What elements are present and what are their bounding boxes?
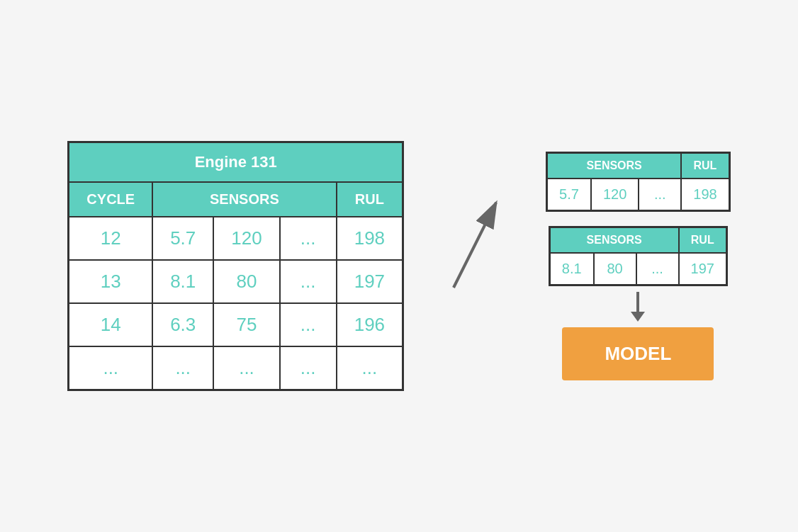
mini-rul-2: 197 [679, 253, 727, 285]
sensor1-cell: 8.1 [152, 260, 213, 303]
mini-header-row-2: SENSORS RUL [549, 227, 726, 254]
arrows-svg [446, 146, 503, 387]
mini-s1-1: 5.7 [547, 179, 591, 211]
rul-cell: ... [337, 346, 403, 390]
down-arrow-head [631, 312, 645, 322]
header-row: CYCLE SENSORS RUL [69, 182, 403, 217]
rul-cell: 198 [337, 217, 403, 260]
mini-rul-1: 198 [681, 179, 729, 211]
mini-sensors-header-2: SENSORS [549, 227, 678, 254]
engine-title: Engine 131 [69, 142, 403, 183]
mini-s3-2: ... [636, 253, 679, 285]
rul-cell: 196 [337, 303, 403, 346]
cycle-cell: 13 [69, 260, 152, 303]
mini-data-row-2: 8.1 80 ... 197 [549, 253, 726, 285]
mini-s3-1: ... [639, 179, 681, 211]
sensor2-cell: 80 [213, 260, 279, 303]
mini-sensors-header-1: SENSORS [547, 153, 682, 179]
down-arrow-container [631, 292, 645, 322]
table-row: 13 8.1 80 ... 197 [69, 260, 403, 303]
sensor3-cell: ... [280, 217, 337, 260]
sensor1-cell: ... [152, 346, 213, 390]
mini-header-row-1: SENSORS RUL [547, 153, 730, 179]
main-table-container: Engine 131 CYCLE SENSORS RUL 12 5.7 120 … [67, 141, 404, 391]
rul-header: RUL [337, 182, 403, 217]
mini-data-row-1: 5.7 120 ... 198 [547, 179, 730, 211]
sensor3-cell: ... [280, 303, 337, 346]
mini-table-1-container: SENSORS RUL 5.7 120 ... 198 [546, 152, 731, 212]
sensor3-cell: ... [280, 260, 337, 303]
mini-rul-header-2: RUL [679, 227, 727, 254]
sensor2-cell: 75 [213, 303, 279, 346]
arrow-area [446, 146, 503, 387]
rul-cell: 197 [337, 260, 403, 303]
table-row: ... ... ... ... ... [69, 346, 403, 390]
sensor2-cell: ... [213, 346, 279, 390]
sensor1-cell: 5.7 [152, 217, 213, 260]
mini-s2-2: 80 [594, 253, 636, 285]
cycle-cell: ... [69, 346, 152, 390]
cycle-header: CYCLE [69, 182, 152, 217]
sensor3-cell: ... [280, 346, 337, 390]
table-row: 14 6.3 75 ... 196 [69, 303, 403, 346]
right-panel: SENSORS RUL 5.7 120 ... 198 [546, 152, 731, 380]
sensor1-cell: 6.3 [152, 303, 213, 346]
mini-s1-2: 8.1 [549, 253, 593, 285]
svg-line-2 [454, 203, 496, 288]
mini-table-2-container: SENSORS RUL 8.1 80 ... 197 [549, 226, 728, 286]
mini-s2-1: 120 [591, 179, 639, 211]
sensor2-cell: 120 [213, 217, 279, 260]
cycle-cell: 12 [69, 217, 152, 260]
title-row: Engine 131 [69, 142, 403, 183]
sensors-header: SENSORS [152, 182, 337, 217]
mini-rul-header-1: RUL [681, 153, 729, 179]
model-box: MODEL [562, 327, 714, 380]
cycle-cell: 14 [69, 303, 152, 346]
down-arrow-line [636, 292, 639, 312]
table-row: 12 5.7 120 ... 198 [69, 217, 403, 260]
